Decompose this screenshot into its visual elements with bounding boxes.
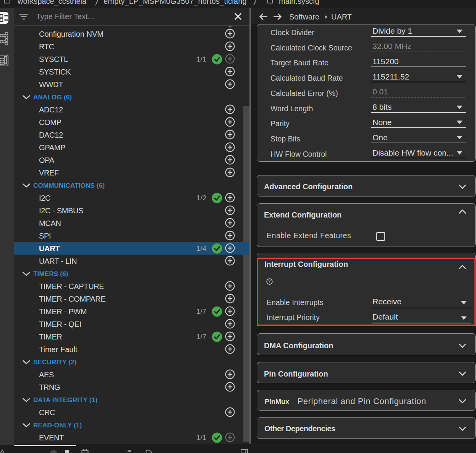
svg-text:?: ?: [269, 279, 271, 284]
